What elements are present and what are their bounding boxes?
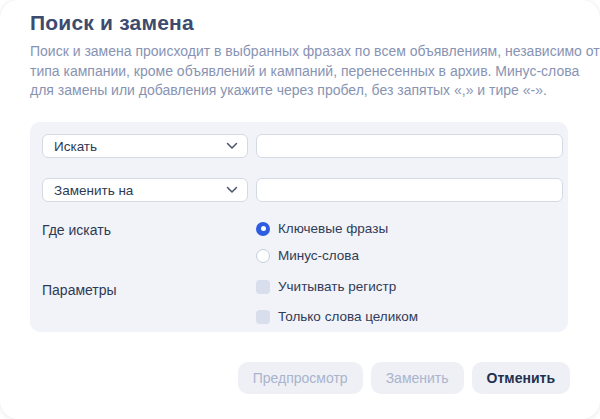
replace-mode-select-value: Заменить на	[54, 183, 133, 198]
chevron-down-icon	[226, 186, 238, 194]
replace-button[interactable]: Заменить	[371, 362, 464, 394]
description-line: Поиск и замена происходит в выбранных фр…	[30, 42, 575, 62]
radio-icon[interactable]	[256, 222, 270, 236]
dialog-description: Поиск и замена происходит в выбранных фр…	[30, 42, 575, 101]
checkbox-option-label[interactable]: Только слова целиком	[278, 309, 418, 324]
preview-button[interactable]: Предпросмотр	[238, 362, 363, 394]
checkbox-option-whole-words-only[interactable]: Только слова целиком	[256, 309, 418, 324]
replace-text-input[interactable]	[256, 178, 563, 202]
form-panel: Искать Заменить на Где искать Ключевые ф…	[30, 122, 568, 332]
page-title: Поиск и замена	[30, 11, 194, 35]
description-line: типа кампании, кроме объявлений и кампан…	[30, 62, 575, 82]
search-replace-dialog: Поиск и замена Поиск и замена происходит…	[0, 0, 600, 419]
parameters-label: Параметры	[42, 282, 117, 298]
where-to-search-label: Где искать	[42, 222, 111, 238]
replace-mode-select[interactable]: Заменить на	[42, 178, 248, 202]
radio-option-label[interactable]: Минус-слова	[278, 248, 359, 263]
radio-option-keyword-phrases[interactable]: Ключевые фразы	[256, 221, 388, 236]
checkbox-icon[interactable]	[256, 280, 270, 294]
chevron-down-icon	[226, 142, 238, 150]
search-text-input[interactable]	[256, 134, 563, 158]
radio-option-negative-keywords[interactable]: Минус-слова	[256, 248, 359, 263]
radio-icon[interactable]	[256, 249, 270, 263]
checkbox-icon[interactable]	[256, 310, 270, 324]
search-mode-select-value: Искать	[54, 139, 97, 154]
cancel-button[interactable]: Отменить	[472, 362, 570, 394]
radio-option-label[interactable]: Ключевые фразы	[278, 221, 388, 236]
search-mode-select[interactable]: Искать	[42, 134, 248, 158]
description-line: для замены или добавления укажите через …	[30, 81, 575, 101]
dialog-footer: Предпросмотр Заменить Отменить	[238, 362, 570, 394]
checkbox-option-match-case[interactable]: Учитывать регистр	[256, 279, 396, 294]
checkbox-option-label[interactable]: Учитывать регистр	[278, 279, 396, 294]
